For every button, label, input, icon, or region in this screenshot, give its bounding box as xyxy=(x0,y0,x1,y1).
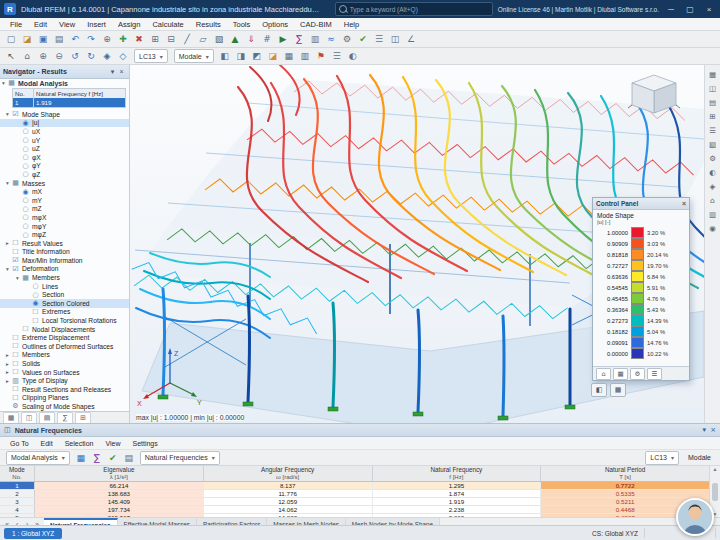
tree-item[interactable]: ▾ ▦ Members xyxy=(0,273,129,282)
control-panel-header[interactable]: Control Panel × xyxy=(593,198,689,210)
menu-item[interactable]: CAD-BIM xyxy=(294,20,338,29)
expander-icon[interactable]: ▸ xyxy=(4,361,11,367)
tables-menu-item[interactable]: Settings xyxy=(126,440,163,447)
tree-item-icon[interactable]: ☐ xyxy=(11,239,20,247)
mini-table-row[interactable]: 1 1.919 xyxy=(13,98,125,107)
minimize-button[interactable]: ─ xyxy=(664,5,678,14)
view-selector-chip[interactable]: 1 : Global XYZ xyxy=(4,528,62,539)
table-load-case-combo[interactable]: LC13 ▾ xyxy=(645,451,679,465)
tree-item-icon[interactable]: ▦ xyxy=(21,274,30,282)
tree-item[interactable]: ○ Lines xyxy=(0,282,129,291)
tree-item[interactable]: ▸ ☐ Values on Surfaces xyxy=(0,368,129,377)
tree-item-icon[interactable]: ◉ xyxy=(31,299,40,307)
scroll-up-icon[interactable]: ▲ xyxy=(713,466,718,472)
tree-item[interactable]: ⚙ Scaling of Mode Shapes xyxy=(0,402,129,411)
table-row[interactable]: 3 145.409 12.059 1.919 0.5211 xyxy=(0,498,710,506)
tree-item-icon[interactable]: ○ xyxy=(21,213,30,221)
panel-pin-button[interactable]: ▾ xyxy=(703,426,707,434)
tables-menu-item[interactable]: Selection xyxy=(59,440,100,447)
tree-item[interactable]: ☐ Extremes xyxy=(0,308,129,317)
tree-item[interactable]: ○ uX xyxy=(0,127,129,136)
tree-item-icon[interactable]: ☐ xyxy=(11,368,20,376)
tree-item[interactable]: ☐ Extreme Displacement xyxy=(0,333,129,342)
tree-item-icon[interactable]: ☐ xyxy=(31,317,40,325)
expander-icon[interactable]: ▾ xyxy=(4,266,11,272)
expander-icon[interactable]: ▾ xyxy=(4,180,11,186)
expander-icon[interactable]: ▾ xyxy=(14,275,21,281)
tree-item-icon[interactable]: ☐ xyxy=(11,360,20,368)
tree-item[interactable]: ○ mφX xyxy=(0,213,129,222)
tree-item-icon[interactable]: ☐ xyxy=(11,334,20,342)
menu-item[interactable]: Edit xyxy=(28,20,53,29)
tree-item[interactable]: ☐ Result Sections and Releases xyxy=(0,385,129,394)
tree-item-icon[interactable]: ☐ xyxy=(11,385,20,393)
tree-item-icon[interactable]: ☑ xyxy=(11,256,20,264)
menu-item[interactable]: Results xyxy=(190,20,227,29)
tree-item-icon[interactable]: ◉ xyxy=(21,119,30,127)
expander-icon[interactable]: ▾ xyxy=(4,111,11,117)
tree-item[interactable]: ▸ ▥ Type of Display xyxy=(0,376,129,385)
tree-item-icon[interactable]: ▥ xyxy=(11,377,20,385)
tree-item-icon[interactable]: ○ xyxy=(21,205,30,213)
maximize-button[interactable]: ▢ xyxy=(683,5,697,14)
menu-item[interactable]: Help xyxy=(338,20,365,29)
tree-item-icon[interactable]: ☐ xyxy=(11,342,20,350)
expander-icon[interactable]: ▸ xyxy=(4,369,11,375)
menu-item[interactable]: Tools xyxy=(227,20,257,29)
tree-item[interactable]: ◉ Section Colored xyxy=(0,299,129,308)
tree-item-icon[interactable]: ○ xyxy=(31,282,40,290)
load-case-combo[interactable]: LC13 ▾ xyxy=(134,49,168,63)
tree-item[interactable]: ▾ ☑ Deformation xyxy=(0,265,129,274)
tree-item[interactable]: ▾ ▦ Masses xyxy=(0,179,129,188)
tree-item-icon[interactable]: ☐ xyxy=(11,248,20,256)
tree-item[interactable]: ☐ Title Information xyxy=(0,248,129,257)
tree-item-icon[interactable]: ○ xyxy=(21,153,30,161)
tree-item-icon[interactable]: ◉ xyxy=(21,188,30,196)
tree-item-icon[interactable]: ⚙ xyxy=(11,402,20,410)
table-row[interactable]: 5 219.917 14.830 2.360 0.4237 xyxy=(0,514,710,517)
tables-menu-item[interactable]: View xyxy=(99,440,126,447)
tree-item[interactable]: ○ uZ xyxy=(0,144,129,153)
expander-icon[interactable]: ▾ xyxy=(0,80,7,86)
expander-icon[interactable]: ▸ xyxy=(4,352,11,358)
menu-item[interactable]: Calculate xyxy=(146,20,189,29)
tree-item-icon[interactable]: ○ xyxy=(21,136,30,144)
table-row[interactable]: 1 66.214 8.137 1.295 0.7722 xyxy=(0,482,710,490)
tree-item[interactable]: ○ Section xyxy=(0,290,129,299)
panel-close-button[interactable]: × xyxy=(710,426,716,434)
navigator-close-button[interactable]: × xyxy=(117,68,126,75)
tree-item-icon[interactable]: ▦ xyxy=(11,179,20,187)
tree-item-icon[interactable]: ☐ xyxy=(31,308,40,316)
tables-menu-item[interactable]: Go To xyxy=(4,440,35,447)
tree-item-icon[interactable]: ○ xyxy=(21,231,30,239)
tree-item-icon[interactable]: ☐ xyxy=(11,394,20,402)
menu-item[interactable]: View xyxy=(53,20,81,29)
tree-item-icon[interactable]: ☐ xyxy=(11,351,20,359)
tree-item[interactable]: ☐ Local Torsional Rotations xyxy=(0,316,129,325)
global-search-input[interactable]: Type a keyword (Alt+Q) xyxy=(335,2,493,16)
tree-item-icon[interactable]: ☐ xyxy=(21,325,30,333)
tree-item[interactable]: ○ uY xyxy=(0,136,129,145)
menu-item[interactable]: File xyxy=(4,20,28,29)
tree-item[interactable]: ◉ mX xyxy=(0,187,129,196)
tree-item[interactable]: ○ mY xyxy=(0,196,129,205)
tree-item[interactable]: ▸ ☐ Solids xyxy=(0,359,129,368)
user-avatar[interactable] xyxy=(676,498,714,536)
tree-item-icon[interactable]: ○ xyxy=(21,127,30,135)
analysis-combo[interactable]: Modal Analysis ▾ xyxy=(6,451,70,465)
tables-menu-item[interactable]: Edit xyxy=(35,440,59,447)
tree-item[interactable]: ○ φX xyxy=(0,153,129,162)
tree-item[interactable]: ☑ Max/Min Information xyxy=(0,256,129,265)
tree-item[interactable]: ☐ Clipping Planes xyxy=(0,394,129,403)
table-column-header[interactable]: Eigenvalue λ [1/s²] xyxy=(35,466,204,481)
scrollbar-thumb[interactable] xyxy=(712,483,718,501)
tree-item[interactable]: ○ φZ xyxy=(0,170,129,179)
table-row[interactable]: 4 197.734 14.062 2.238 0.4468 xyxy=(0,506,710,514)
table-selector-combo[interactable]: Natural Frequencies ▾ xyxy=(140,451,220,465)
tree-item-icon[interactable]: ○ xyxy=(21,170,30,178)
tree-item[interactable]: ◉ |u| xyxy=(0,119,129,128)
menu-item[interactable]: Options xyxy=(256,20,294,29)
expander-icon[interactable]: ▸ xyxy=(4,240,11,246)
tree-item-icon[interactable]: ○ xyxy=(21,196,30,204)
tree-item-icon[interactable]: ○ xyxy=(21,222,30,230)
